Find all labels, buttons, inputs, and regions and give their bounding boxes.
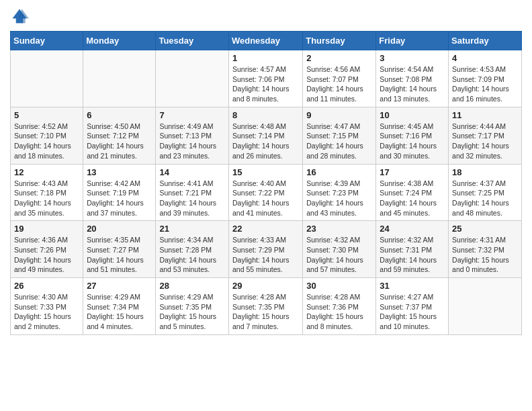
day-info: Sunrise: 4:56 AMSunset: 7:07 PMDaylight:…: [306, 64, 372, 104]
calendar-cell: 9Sunrise: 4:47 AMSunset: 7:15 PMDaylight…: [303, 107, 376, 164]
day-number: 17: [380, 167, 445, 177]
day-info: Sunrise: 4:50 AMSunset: 7:12 PMDaylight:…: [87, 122, 152, 161]
calendar-cell: 4Sunrise: 4:53 AMSunset: 7:09 PMDaylight…: [449, 50, 522, 107]
weekday-header-tuesday: Tuesday: [156, 32, 229, 50]
day-number: 14: [159, 167, 225, 177]
calendar-cell: 22Sunrise: 4:33 AMSunset: 7:29 PMDayligh…: [228, 221, 302, 278]
day-info: Sunrise: 4:41 AMSunset: 7:21 PMDaylight:…: [159, 179, 225, 218]
day-info: Sunrise: 4:32 AMSunset: 7:30 PMDaylight:…: [306, 235, 372, 275]
day-info: Sunrise: 4:35 AMSunset: 7:27 PMDaylight:…: [87, 235, 152, 275]
calendar-cell: 19Sunrise: 4:36 AMSunset: 7:26 PMDayligh…: [11, 221, 83, 278]
day-info: Sunrise: 4:52 AMSunset: 7:10 PMDaylight:…: [14, 122, 79, 161]
day-info: Sunrise: 4:45 AMSunset: 7:16 PMDaylight:…: [380, 122, 445, 161]
day-info: Sunrise: 4:33 AMSunset: 7:29 PMDaylight:…: [232, 235, 299, 275]
day-number: 10: [380, 110, 445, 120]
day-number: 30: [306, 281, 372, 291]
calendar-week-3: 12Sunrise: 4:43 AMSunset: 7:18 PMDayligh…: [11, 164, 522, 221]
calendar-cell: 31Sunrise: 4:27 AMSunset: 7:37 PMDayligh…: [376, 278, 449, 335]
day-info: Sunrise: 4:29 AMSunset: 7:34 PMDaylight:…: [87, 292, 152, 332]
calendar-cell: 28Sunrise: 4:29 AMSunset: 7:35 PMDayligh…: [156, 278, 229, 335]
calendar-cell: 8Sunrise: 4:48 AMSunset: 7:14 PMDaylight…: [228, 107, 302, 164]
calendar-cell: 7Sunrise: 4:49 AMSunset: 7:13 PMDaylight…: [156, 107, 229, 164]
page: SundayMondayTuesdayWednesdayThursdayFrid…: [0, 0, 532, 411]
calendar-week-2: 5Sunrise: 4:52 AMSunset: 7:10 PMDaylight…: [11, 107, 522, 164]
calendar-cell: 6Sunrise: 4:50 AMSunset: 7:12 PMDaylight…: [83, 107, 156, 164]
header: [10, 7, 522, 26]
day-number: 8: [232, 110, 299, 120]
calendar-cell: 17Sunrise: 4:38 AMSunset: 7:24 PMDayligh…: [376, 164, 449, 221]
day-info: Sunrise: 4:31 AMSunset: 7:32 PMDaylight:…: [452, 235, 518, 275]
day-number: 27: [87, 281, 152, 291]
day-number: 15: [232, 167, 299, 177]
day-info: Sunrise: 4:53 AMSunset: 7:09 PMDaylight:…: [452, 64, 518, 104]
day-info: Sunrise: 4:37 AMSunset: 7:25 PMDaylight:…: [452, 179, 518, 218]
calendar-table: SundayMondayTuesdayWednesdayThursdayFrid…: [10, 31, 522, 335]
calendar-week-4: 19Sunrise: 4:36 AMSunset: 7:26 PMDayligh…: [11, 221, 522, 278]
day-info: Sunrise: 4:57 AMSunset: 7:06 PMDaylight:…: [232, 64, 299, 104]
weekday-header-monday: Monday: [83, 32, 156, 50]
calendar-cell: 16Sunrise: 4:39 AMSunset: 7:23 PMDayligh…: [303, 164, 376, 221]
weekday-header-wednesday: Wednesday: [228, 32, 302, 50]
day-info: Sunrise: 4:40 AMSunset: 7:22 PMDaylight:…: [232, 179, 299, 218]
calendar-cell: 14Sunrise: 4:41 AMSunset: 7:21 PMDayligh…: [156, 164, 229, 221]
day-info: Sunrise: 4:38 AMSunset: 7:24 PMDaylight:…: [380, 179, 445, 218]
calendar-cell: [449, 278, 522, 335]
day-number: 1: [232, 53, 299, 63]
calendar-cell: 25Sunrise: 4:31 AMSunset: 7:32 PMDayligh…: [449, 221, 522, 278]
day-number: 4: [452, 53, 518, 63]
day-number: 6: [87, 110, 152, 120]
calendar-cell: 3Sunrise: 4:54 AMSunset: 7:08 PMDaylight…: [376, 50, 449, 107]
day-info: Sunrise: 4:42 AMSunset: 7:19 PMDaylight:…: [87, 179, 152, 218]
weekday-header-row: SundayMondayTuesdayWednesdayThursdayFrid…: [11, 32, 522, 50]
day-number: 28: [159, 281, 225, 291]
calendar-cell: 27Sunrise: 4:29 AMSunset: 7:34 PMDayligh…: [83, 278, 156, 335]
day-info: Sunrise: 4:28 AMSunset: 7:35 PMDaylight:…: [232, 292, 299, 332]
day-number: 5: [14, 110, 79, 120]
day-info: Sunrise: 4:44 AMSunset: 7:17 PMDaylight:…: [452, 122, 518, 161]
calendar-cell: 11Sunrise: 4:44 AMSunset: 7:17 PMDayligh…: [449, 107, 522, 164]
day-number: 24: [380, 224, 445, 234]
weekday-header-sunday: Sunday: [11, 32, 83, 50]
day-info: Sunrise: 4:43 AMSunset: 7:18 PMDaylight:…: [14, 179, 79, 218]
calendar-cell: 2Sunrise: 4:56 AMSunset: 7:07 PMDaylight…: [303, 50, 376, 107]
day-number: 2: [306, 53, 372, 63]
calendar-cell: 5Sunrise: 4:52 AMSunset: 7:10 PMDaylight…: [11, 107, 83, 164]
day-number: 31: [380, 281, 445, 291]
day-number: 3: [380, 53, 445, 63]
day-number: 16: [306, 167, 372, 177]
day-info: Sunrise: 4:28 AMSunset: 7:36 PMDaylight:…: [306, 292, 372, 332]
calendar-cell: 21Sunrise: 4:34 AMSunset: 7:28 PMDayligh…: [156, 221, 229, 278]
logo-icon: [10, 7, 29, 26]
day-info: Sunrise: 4:27 AMSunset: 7:37 PMDaylight:…: [380, 292, 445, 332]
weekday-header-saturday: Saturday: [449, 32, 522, 50]
calendar-cell: 20Sunrise: 4:35 AMSunset: 7:27 PMDayligh…: [83, 221, 156, 278]
day-number: 20: [87, 224, 152, 234]
day-info: Sunrise: 4:54 AMSunset: 7:08 PMDaylight:…: [380, 64, 445, 104]
calendar-cell: [156, 50, 229, 107]
day-number: 13: [87, 167, 152, 177]
day-number: 19: [14, 224, 79, 234]
weekday-header-friday: Friday: [376, 32, 449, 50]
calendar-cell: 29Sunrise: 4:28 AMSunset: 7:35 PMDayligh…: [228, 278, 302, 335]
day-info: Sunrise: 4:34 AMSunset: 7:28 PMDaylight:…: [159, 235, 225, 275]
calendar-cell: 24Sunrise: 4:32 AMSunset: 7:31 PMDayligh…: [376, 221, 449, 278]
day-info: Sunrise: 4:48 AMSunset: 7:14 PMDaylight:…: [232, 122, 299, 161]
day-info: Sunrise: 4:32 AMSunset: 7:31 PMDaylight:…: [380, 235, 445, 275]
day-info: Sunrise: 4:36 AMSunset: 7:26 PMDaylight:…: [14, 235, 79, 275]
day-info: Sunrise: 4:39 AMSunset: 7:23 PMDaylight:…: [306, 179, 372, 218]
calendar-cell: 1Sunrise: 4:57 AMSunset: 7:06 PMDaylight…: [228, 50, 302, 107]
calendar-week-5: 26Sunrise: 4:30 AMSunset: 7:33 PMDayligh…: [11, 278, 522, 335]
day-number: 23: [306, 224, 372, 234]
day-number: 18: [452, 167, 518, 177]
calendar-cell: [11, 50, 83, 107]
logo: [10, 7, 32, 26]
day-info: Sunrise: 4:47 AMSunset: 7:15 PMDaylight:…: [306, 122, 372, 161]
day-number: 25: [452, 224, 518, 234]
day-number: 12: [14, 167, 79, 177]
day-number: 9: [306, 110, 372, 120]
day-info: Sunrise: 4:49 AMSunset: 7:13 PMDaylight:…: [159, 122, 225, 161]
calendar-cell: [83, 50, 156, 107]
weekday-header-thursday: Thursday: [303, 32, 376, 50]
day-info: Sunrise: 4:29 AMSunset: 7:35 PMDaylight:…: [159, 292, 225, 332]
day-number: 26: [14, 281, 79, 291]
